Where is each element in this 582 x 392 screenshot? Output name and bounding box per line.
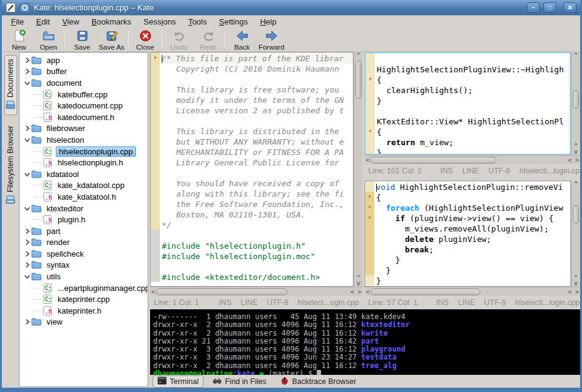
save-button[interactable]: Save xyxy=(67,29,97,51)
tree-item-app[interactable]: app xyxy=(20,55,148,66)
expand-open-icon[interactable] xyxy=(23,136,31,144)
hscroll-thumb[interactable] xyxy=(371,288,480,295)
toolview-tab-backtrace-browser[interactable]: Backtrace Browser xyxy=(276,376,361,387)
right-bottom-hscrollbar[interactable]: < < > xyxy=(365,287,580,296)
sidebar-tab-filesystem-browser[interactable]: Filesystem Browser xyxy=(5,123,17,209)
expand-closed-icon[interactable] xyxy=(23,250,31,258)
gutter-cell[interactable] xyxy=(151,178,160,188)
tree-item-part[interactable]: part xyxy=(20,225,148,237)
vscroll-thumb[interactable] xyxy=(573,90,579,108)
gutter-cell[interactable] xyxy=(365,181,374,192)
terminal[interactable]: -rw------- 1 dhaumann users 45 Aug 11 13… xyxy=(150,309,580,375)
tree-item-hlselectionplugin-h[interactable]: .hhlselectionplugin.h xyxy=(20,157,148,168)
gutter-cell[interactable] xyxy=(366,95,375,105)
tree-item-spellcheck[interactable]: spellcheck xyxy=(20,248,148,260)
tree-item-filebrowser[interactable]: filebrowser xyxy=(20,123,148,135)
fold-marker-icon[interactable]: ▼ xyxy=(366,126,375,137)
gutter-cell[interactable] xyxy=(151,209,160,219)
documents-tree[interactable]: appbufferdocumentC++katebuffer.cppC++kat… xyxy=(19,52,148,387)
gutter-cell[interactable] xyxy=(151,136,160,146)
expand-open-icon[interactable] xyxy=(23,170,31,178)
gutter-cell[interactable] xyxy=(151,74,160,84)
tree-item-katedocument-cpp[interactable]: C++katedocument.cpp xyxy=(20,100,148,111)
gutter-cell[interactable] xyxy=(151,240,160,251)
expand-closed-icon[interactable] xyxy=(23,227,31,235)
back-button[interactable]: Back xyxy=(227,29,257,51)
right-top-editor[interactable]: ▼▼ HighlightSelectionPluginView::~Highli… xyxy=(365,52,571,155)
main-editor-code[interactable]: /* This file is part of the KDE librar C… xyxy=(160,53,353,286)
tree-item-epartpluginmanager-cpp[interactable]: C++...epartpluginmanager.cpp xyxy=(20,282,148,294)
tree-item-utils[interactable]: utils xyxy=(20,271,148,282)
fold-marker-icon[interactable]: ▼ xyxy=(365,213,374,223)
sidebar-tab-documents[interactable]: Documents xyxy=(4,55,17,115)
toolview-tab-find-in-files[interactable]: Find in Files xyxy=(208,376,270,387)
gutter-cell[interactable] xyxy=(365,275,374,285)
gutter-cell[interactable] xyxy=(365,254,374,265)
gutter-cell[interactable] xyxy=(151,126,160,136)
tree-item-kate-kdatatool-cpp[interactable]: C++kate_kdatatool.cpp xyxy=(20,180,148,192)
menu-view[interactable]: View xyxy=(56,17,85,27)
menu-file[interactable]: File xyxy=(6,17,29,27)
gutter-cell[interactable] xyxy=(365,244,374,254)
expand-closed-icon[interactable] xyxy=(23,67,31,75)
vscroll-thumb[interactable] xyxy=(573,205,579,224)
gutter-cell[interactable] xyxy=(365,265,374,275)
gutter-cell[interactable] xyxy=(151,251,160,261)
tree-item-document[interactable]: document xyxy=(20,77,148,89)
expand-closed-icon[interactable] xyxy=(23,56,31,64)
main-editor-gutter[interactable]: ▼ xyxy=(151,53,160,286)
gutter-cell[interactable] xyxy=(151,167,160,178)
gutter-cell[interactable] xyxy=(151,219,160,230)
expand-closed-icon[interactable] xyxy=(23,318,31,326)
tree-item-hlselectionplugin-cpp[interactable]: C++hlselectionplugin.cpp xyxy=(20,146,148,157)
tree-item-kdatatool[interactable]: kdatatool xyxy=(20,168,148,180)
close-button[interactable]: Close xyxy=(130,29,160,51)
gutter-cell[interactable] xyxy=(366,147,375,155)
tree-item-kateprinter-h[interactable]: .hkateprinter.h xyxy=(20,305,148,317)
tree-item-buffer[interactable]: buffer xyxy=(20,66,148,78)
expand-open-icon[interactable] xyxy=(23,205,31,213)
gutter-cell[interactable] xyxy=(365,223,374,233)
expand-open-icon[interactable] xyxy=(23,79,31,87)
maximize-button[interactable]: □ xyxy=(543,2,556,13)
menu-help[interactable]: Help xyxy=(254,17,282,27)
expand-closed-icon[interactable] xyxy=(23,124,31,132)
menu-tools[interactable]: Tools xyxy=(183,17,212,27)
toolview-tab-terminal[interactable]: Terminal xyxy=(153,375,203,388)
gutter-cell[interactable] xyxy=(366,64,375,74)
right-top-vscrollbar[interactable]: ^ ^v xyxy=(571,52,580,155)
expand-closed-icon[interactable] xyxy=(23,238,31,246)
right-bottom-editor[interactable]: ▼▼▼ void HighlightSelectionPlugin::remov… xyxy=(365,181,571,287)
tree-item-render[interactable]: render xyxy=(20,237,148,249)
forward-button[interactable]: Forward xyxy=(257,29,286,51)
expand-closed-icon[interactable] xyxy=(23,261,31,269)
gutter-cell[interactable] xyxy=(151,271,160,282)
gutter-cell[interactable] xyxy=(366,85,375,95)
gutter-cell[interactable] xyxy=(366,105,375,116)
gutter-cell[interactable] xyxy=(151,198,160,209)
right-top-hscrollbar[interactable]: < < > xyxy=(365,155,580,164)
save-as-button[interactable]: Save As xyxy=(97,29,126,51)
gutter-cell[interactable] xyxy=(151,105,160,115)
hscroll-thumb[interactable] xyxy=(371,157,496,164)
gutter-cell[interactable] xyxy=(366,53,375,64)
open-button[interactable]: Open xyxy=(34,29,63,51)
gutter-cell[interactable] xyxy=(151,63,160,74)
right-bottom-vscrollbar[interactable]: ^ ^v xyxy=(571,181,580,287)
new-button[interactable]: New xyxy=(4,29,34,51)
tree-item-katedocument-h[interactable]: .hkatedocument.h xyxy=(20,111,148,123)
right-top-gutter[interactable]: ▼▼ xyxy=(366,53,375,154)
tree-item-hlselection[interactable]: hlselection xyxy=(20,134,148,146)
gutter-cell[interactable] xyxy=(151,157,160,167)
window-menu-gear-icon[interactable] xyxy=(20,2,30,13)
gutter-cell[interactable] xyxy=(151,146,160,157)
gutter-cell[interactable] xyxy=(151,94,160,105)
gutter-cell[interactable] xyxy=(151,261,160,271)
gutter-cell[interactable] xyxy=(366,116,375,126)
fold-marker-icon[interactable]: ▼ xyxy=(366,74,375,85)
fold-marker-icon[interactable]: ▼ xyxy=(365,202,374,213)
minimize-button[interactable]: – xyxy=(527,2,540,13)
menu-sessions[interactable]: Sessions xyxy=(138,17,181,27)
tree-item-view[interactable]: view xyxy=(20,317,148,328)
gutter-cell[interactable] xyxy=(151,188,160,198)
